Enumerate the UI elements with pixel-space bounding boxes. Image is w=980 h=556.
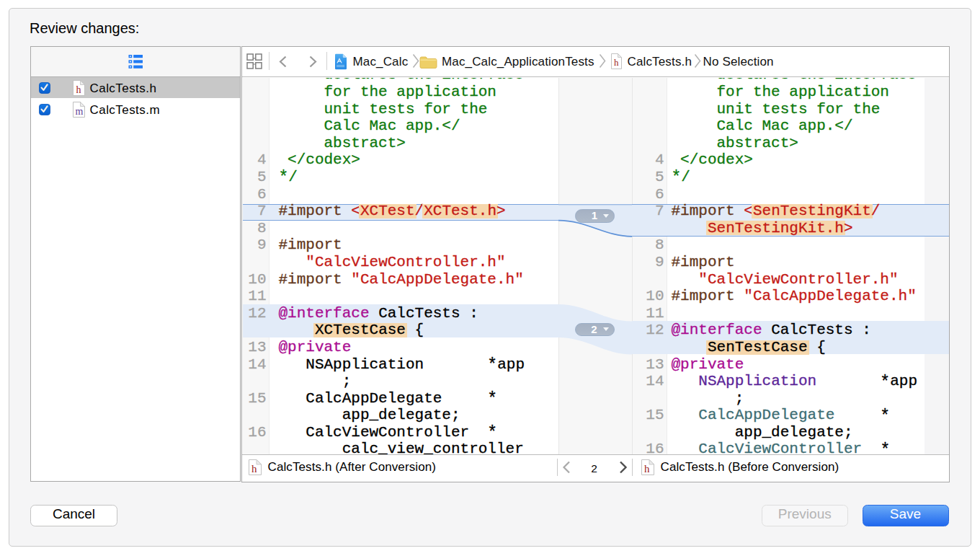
svg-text:m: m — [76, 105, 84, 116]
svg-text:h: h — [76, 84, 81, 95]
svg-text:h: h — [614, 57, 619, 68]
svg-text:h: h — [251, 462, 257, 474]
svg-text:h: h — [644, 462, 650, 474]
